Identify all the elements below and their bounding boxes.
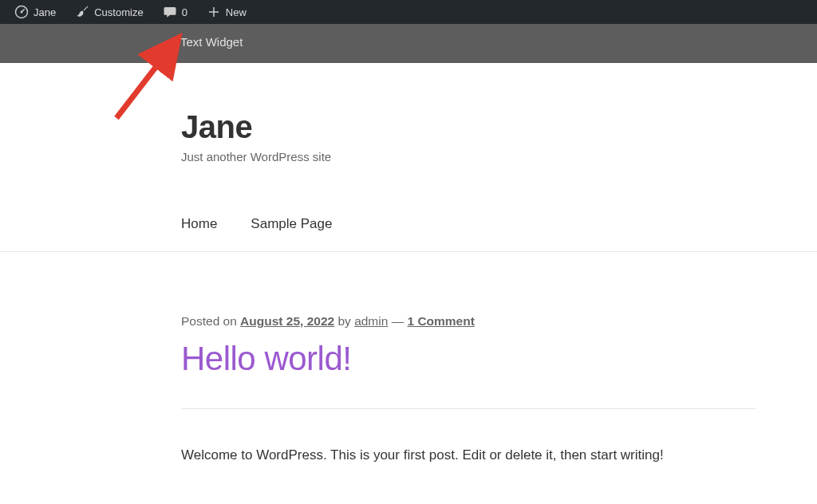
dashboard-icon xyxy=(14,5,29,19)
post-comments-link[interactable]: 1 Comment xyxy=(407,314,474,328)
brush-icon xyxy=(75,5,89,19)
post-title[interactable]: Hello world! xyxy=(181,340,817,378)
text-widget-area: Text Widget xyxy=(0,24,817,63)
nav-home[interactable]: Home xyxy=(181,216,217,232)
primary-nav: Home Sample Page xyxy=(181,216,817,232)
posted-on-label: Posted on xyxy=(181,314,240,328)
site-title[interactable]: Jane xyxy=(181,109,817,145)
by-label: by xyxy=(334,314,354,328)
post-body: Welcome to WordPress. This is your first… xyxy=(181,444,817,466)
svg-line-2 xyxy=(116,41,176,118)
admin-customize-link[interactable]: Customize xyxy=(67,0,151,24)
nav-sample-page[interactable]: Sample Page xyxy=(251,216,332,232)
admin-comments-link[interactable]: 0 xyxy=(155,0,195,24)
admin-customize-label: Customize xyxy=(94,6,143,18)
post-author-link[interactable]: admin xyxy=(354,314,388,328)
post-meta: Posted on August 25, 2022 by admin — 1 C… xyxy=(181,314,817,329)
text-widget-title: Text Widget xyxy=(180,35,243,49)
plus-icon xyxy=(207,5,221,19)
admin-site-link[interactable]: Jane xyxy=(6,0,64,24)
post-date-link[interactable]: August 25, 2022 xyxy=(240,314,334,328)
site-content: Jane Just another WordPress site Home Sa… xyxy=(0,109,817,466)
header-divider xyxy=(0,251,817,252)
admin-bar: Jane Customize 0 New xyxy=(0,0,817,24)
admin-new-link[interactable]: New xyxy=(199,0,255,24)
meta-separator: — xyxy=(388,314,407,328)
site-tagline: Just another WordPress site xyxy=(181,150,817,163)
comment-icon xyxy=(163,5,177,19)
admin-new-label: New xyxy=(226,6,247,18)
admin-site-name: Jane xyxy=(34,6,56,18)
svg-point-1 xyxy=(21,11,23,14)
post-divider xyxy=(181,408,756,409)
admin-comments-count: 0 xyxy=(182,6,187,18)
